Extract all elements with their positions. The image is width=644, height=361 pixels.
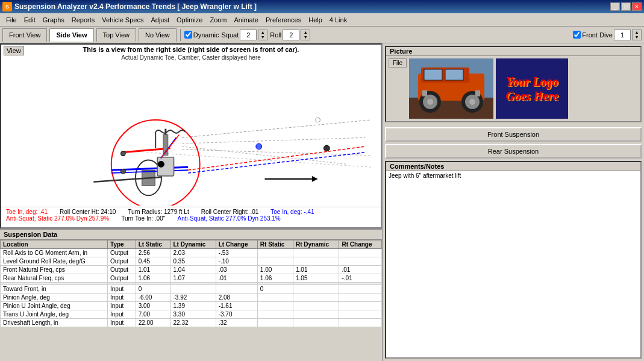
picture-title: Picture — [386, 47, 640, 56]
table-cell: Front Natural Freq, cps — [1, 266, 108, 274]
view-label: View — [4, 46, 24, 55]
squat-spinner[interactable]: ▲ ▼ — [258, 30, 267, 40]
roll-spinner[interactable]: ▲ ▼ — [301, 30, 310, 40]
table-cell: 1.07 — [170, 274, 216, 283]
roll-control: Roll ▲ ▼ — [270, 30, 310, 40]
close-button[interactable]: ✕ — [632, 2, 642, 11]
picture-file-button[interactable]: File — [389, 58, 407, 67]
table-cell: Output — [108, 274, 136, 283]
comments-title: Comments/Notes — [386, 162, 640, 171]
menu-optimize[interactable]: Optimize — [173, 15, 206, 25]
menu-edit[interactable]: Edit — [20, 15, 39, 25]
col-type: Type — [108, 240, 136, 249]
table-cell: 1.01 — [293, 266, 339, 274]
dynamic-checkbox[interactable] — [184, 31, 192, 39]
tab-top-view[interactable]: Top View — [96, 28, 136, 42]
menu-zoom[interactable]: Zoom — [206, 15, 230, 25]
menu-graphs[interactable]: Graphs — [39, 15, 68, 25]
menu-vehicle-specs[interactable]: Vehicle Specs — [98, 15, 147, 25]
roll-input[interactable] — [283, 30, 299, 40]
table-row: Front Natural Freq, cpsOutput1.011.04.03… — [1, 266, 382, 274]
table-row: Rear Natural Freq, cpsOutput1.061.07.011… — [1, 274, 382, 283]
table-cell: .01 — [216, 274, 257, 283]
table-cell: .32 — [216, 319, 257, 327]
table-cell: Level Ground Roll Rate, deg/G — [1, 257, 108, 266]
table-cell: 2.03 — [170, 249, 216, 257]
minimize-button[interactable]: _ — [610, 2, 620, 11]
table-cell — [257, 302, 293, 310]
table-cell — [339, 249, 382, 257]
front-dive-spinner[interactable]: ▲ ▼ — [632, 30, 642, 40]
comments-content[interactable]: Jeep with 6" aftermarket lift — [386, 171, 640, 357]
front-dive-input[interactable] — [614, 30, 631, 40]
table-cell: -1.61 — [216, 302, 257, 310]
table-cell: 1.05 — [293, 274, 339, 283]
tab-side-view[interactable]: Side View — [49, 28, 93, 42]
menu-adjust[interactable]: Adjust — [147, 15, 173, 25]
table-cell: Roll Axis to CG Moment Arm, in — [1, 249, 108, 257]
table-cell: Output — [108, 249, 136, 257]
table-row: Pinion U Joint Angle, degInput3.001.39-1… — [1, 302, 382, 310]
table-cell — [339, 285, 382, 294]
svg-point-25 — [158, 162, 164, 168]
menu-preferences[interactable]: Preferences — [262, 15, 305, 25]
tab-no-view[interactable]: No View — [139, 28, 177, 42]
tab-front-view[interactable]: Front View — [2, 28, 47, 42]
table-cell — [339, 319, 382, 327]
menu-help[interactable]: Help — [305, 15, 326, 25]
table-cell — [293, 310, 339, 319]
titlebar: S Suspension Analyzer v2.4 Performance T… — [0, 0, 644, 13]
suspension-buttons: Front Suspension Rear Suspension — [385, 127, 642, 159]
svg-point-9 — [324, 145, 330, 151]
front-suspension-button[interactable]: Front Suspension — [385, 127, 642, 142]
table-cell: Input — [108, 302, 136, 310]
left-panel: View This is a view from the right side … — [0, 43, 383, 361]
table-cell — [339, 302, 382, 310]
menu-animate[interactable]: Animate — [231, 15, 262, 25]
status-roll-center-right: Roll Center Right: .01 — [201, 209, 259, 215]
table-cell: .03 — [216, 266, 257, 274]
app-title: Suspension Analyzer v2.4 Performance Tre… — [14, 2, 610, 11]
maximize-button[interactable]: □ — [621, 2, 631, 11]
toolbar: Front View Side View Top View No View Dy… — [0, 27, 644, 43]
front-dive-label: Front Dive — [582, 31, 613, 39]
menubar: File Edit Graphs Reports Vehicle Specs A… — [0, 13, 644, 27]
picture-section: Picture File — [385, 46, 642, 122]
table-cell: Input — [108, 285, 136, 294]
picture-content: File — [386, 56, 640, 121]
menu-file[interactable]: File — [2, 15, 20, 25]
table-cell: 1.06 — [257, 274, 293, 283]
menu-4link[interactable]: 4 Link — [326, 15, 351, 25]
table-cell — [293, 302, 339, 310]
table-cell — [257, 319, 293, 327]
logo-line2: Goes Here — [506, 89, 558, 103]
table-cell: Pinion Angle, deg — [1, 294, 108, 302]
table-cell: Trans U Joint Angle, deg — [1, 310, 108, 319]
squat-control: Squat ▲ ▼ — [222, 30, 268, 40]
data-table-wrapper[interactable]: Location Type Lt Static Lt Dynamic Lt Ch… — [0, 240, 382, 358]
squat-input[interactable] — [240, 30, 257, 40]
table-cell: 1.04 — [170, 266, 216, 274]
diagram-subheader: Actual Dynamic Toe, Camber, Caster displ… — [1, 54, 381, 61]
table-row: Driveshaft Length, inInput22.0022.32.32 — [1, 319, 382, 327]
svg-point-23 — [120, 169, 125, 174]
status-turn-radius: Turn Radius: 1279 ft Lt — [128, 209, 189, 215]
table-cell: Pinion U Joint Angle, deg — [1, 302, 108, 310]
col-lt-dynamic: Lt Dynamic — [170, 240, 216, 249]
diagram-area: View This is a view from the right side … — [0, 43, 382, 228]
table-cell — [216, 285, 257, 294]
menu-reports[interactable]: Reports — [68, 15, 99, 25]
table-cell: Rear Natural Freq, cps — [1, 274, 108, 283]
status-line-1: Toe In, deg: .41 Roll Center Ht: 24:10 T… — [6, 209, 376, 215]
svg-point-10 — [256, 143, 262, 149]
table-row: Level Ground Roll Rate, deg/GOutput0.450… — [1, 257, 382, 266]
table-row: Trans U Joint Angle, degInput7.003.30-3.… — [1, 310, 382, 319]
table-cell: 2.08 — [216, 294, 257, 302]
rear-suspension-button[interactable]: Rear Suspension — [385, 144, 642, 159]
front-dive-checkbox[interactable] — [573, 31, 581, 39]
table-cell — [257, 294, 293, 302]
col-rt-change: Rt Change — [339, 240, 382, 249]
suspension-data-table: Location Type Lt Static Lt Dynamic Lt Ch… — [0, 240, 382, 327]
table-cell: .01 — [339, 266, 382, 274]
status-turn-toe: Turn Toe In: .00'' — [121, 215, 165, 222]
